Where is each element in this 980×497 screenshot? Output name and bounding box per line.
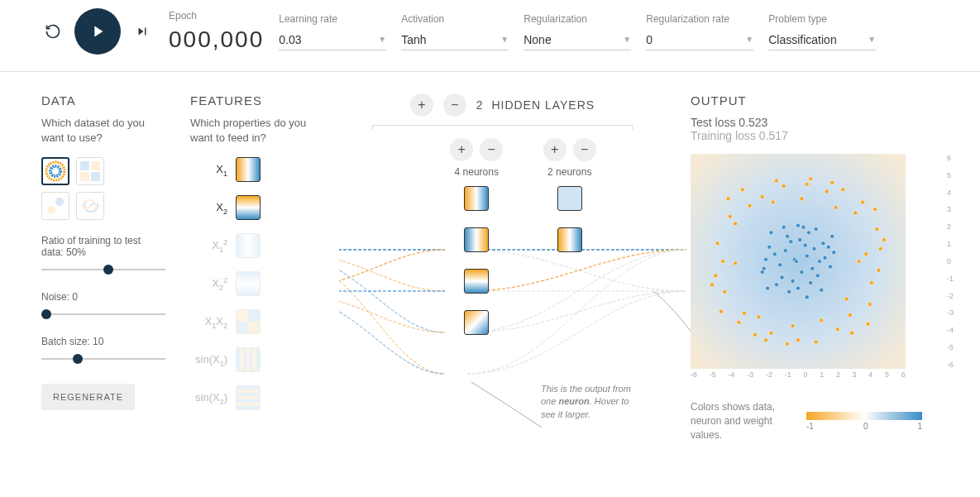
svg-point-65 — [728, 214, 732, 218]
layer1-count: 4 neurons — [455, 166, 499, 178]
svg-point-93 — [734, 261, 738, 265]
remove-layer-button[interactable]: − — [443, 93, 466, 117]
feature-row: X2 — [190, 194, 314, 222]
gradient-labels: -101 — [806, 422, 922, 431]
dataset-circle[interactable] — [41, 157, 69, 185]
neuron-l1-2[interactable] — [464, 227, 489, 252]
feature-label: sin(X1) — [190, 353, 227, 368]
layer2-add-neuron[interactable]: + — [543, 138, 566, 161]
features-list: X1X2X12X22X1X2sin(X1)sin(X2) — [190, 155, 314, 412]
dataset-gauss[interactable] — [41, 192, 69, 220]
svg-point-23 — [796, 286, 801, 290]
svg-point-85 — [764, 338, 768, 342]
feature-row: sin(X1) — [190, 346, 314, 374]
feature-neuron[interactable] — [236, 157, 261, 182]
svg-point-98 — [844, 297, 849, 301]
svg-point-86 — [866, 322, 870, 326]
svg-point-24 — [815, 274, 820, 278]
svg-point-44 — [820, 288, 824, 292]
svg-point-60 — [723, 289, 727, 294]
lr-select[interactable]: 0.03▼ — [279, 30, 386, 50]
neuron-l2-2[interactable] — [557, 227, 582, 252]
svg-point-74 — [841, 188, 845, 192]
svg-point-43 — [782, 225, 786, 229]
noise-slider[interactable] — [41, 308, 165, 321]
feature-neuron[interactable] — [236, 271, 261, 296]
svg-point-61 — [853, 211, 858, 215]
batch-slider[interactable] — [41, 352, 165, 366]
svg-point-91 — [757, 315, 761, 319]
output-panel: OUTPUT Test loss 0.523 Training loss 0.5… — [691, 93, 939, 442]
svg-point-46 — [805, 295, 809, 299]
svg-point-0 — [50, 166, 60, 176]
svg-point-31 — [801, 225, 806, 229]
epoch-value: 000,000 — [169, 26, 264, 53]
reg-rate-select[interactable]: 0▼ — [646, 30, 753, 50]
neuron-l1-4[interactable] — [464, 310, 489, 335]
svg-point-41 — [760, 270, 764, 275]
svg-point-68 — [861, 200, 865, 204]
chevron-down-icon: ▼ — [745, 35, 753, 44]
feature-neuron[interactable] — [236, 195, 261, 220]
feature-neuron[interactable] — [236, 347, 261, 372]
epoch-display: Epoch 000,000 — [169, 10, 264, 53]
svg-point-49 — [734, 222, 738, 226]
activation-select[interactable]: Tanh▼ — [401, 30, 509, 50]
reset-button[interactable] — [41, 20, 65, 43]
x-axis-ticks: -6-5-4-3-2-10123456 — [691, 370, 906, 382]
svg-point-63 — [796, 338, 801, 342]
svg-point-95 — [710, 283, 715, 287]
step-button[interactable] — [131, 20, 154, 43]
svg-point-11 — [810, 266, 815, 270]
svg-point-36 — [826, 245, 830, 249]
activation-label: Activation — [401, 13, 509, 25]
neuron-l1-3[interactable] — [464, 269, 489, 294]
svg-rect-2 — [80, 161, 89, 170]
hidden-layer-1: + − 4 neurons — [450, 138, 503, 335]
neuron-l2-1[interactable] — [557, 186, 582, 211]
reg-select[interactable]: None▼ — [523, 30, 631, 50]
layer1-remove-neuron[interactable]: − — [480, 138, 503, 161]
noise-label: Noise: 0 — [41, 291, 165, 303]
data-title: DATA — [41, 93, 165, 108]
feature-neuron[interactable] — [236, 309, 261, 334]
svg-point-47 — [830, 234, 834, 238]
svg-point-53 — [721, 260, 725, 264]
svg-point-19 — [772, 252, 777, 256]
chevron-down-icon: ▼ — [500, 35, 509, 44]
reg-rate-control: Regularization rate 0▼ — [646, 13, 753, 50]
svg-point-55 — [848, 313, 852, 318]
svg-point-35 — [775, 283, 779, 287]
svg-point-52 — [869, 281, 873, 285]
problem-label: Problem type — [768, 13, 876, 25]
svg-point-72 — [814, 340, 818, 344]
data-panel: DATA Which dataset do you want to use? R… — [41, 93, 165, 442]
svg-point-7 — [55, 198, 64, 206]
feature-row: X22 — [190, 270, 314, 298]
play-button[interactable] — [74, 8, 121, 55]
svg-point-94 — [882, 238, 887, 242]
feature-neuron[interactable] — [236, 385, 261, 410]
regenerate-button[interactable]: REGENERATE — [41, 384, 135, 410]
feature-neuron[interactable] — [236, 233, 261, 258]
svg-point-56 — [743, 311, 747, 315]
layer2-remove-neuron[interactable]: − — [573, 138, 596, 161]
problem-select[interactable]: Classification▼ — [768, 30, 876, 50]
svg-point-83 — [714, 274, 718, 278]
svg-point-15 — [803, 243, 807, 247]
dataset-xor[interactable] — [76, 157, 104, 185]
feature-label: X12 — [190, 238, 227, 254]
svg-point-50 — [864, 252, 868, 256]
add-layer-button[interactable]: + — [410, 93, 433, 117]
svg-point-66 — [835, 327, 839, 332]
svg-point-80 — [850, 331, 854, 335]
dataset-spiral[interactable] — [76, 192, 104, 220]
svg-point-70 — [715, 241, 719, 246]
svg-point-30 — [764, 257, 768, 261]
neuron-l1-1[interactable] — [464, 186, 489, 211]
layer2-count: 2 neurons — [547, 166, 591, 178]
ratio-slider[interactable] — [41, 263, 165, 276]
chevron-down-icon: ▼ — [623, 35, 631, 44]
layer1-add-neuron[interactable]: + — [450, 138, 473, 161]
color-gradient — [806, 412, 922, 420]
